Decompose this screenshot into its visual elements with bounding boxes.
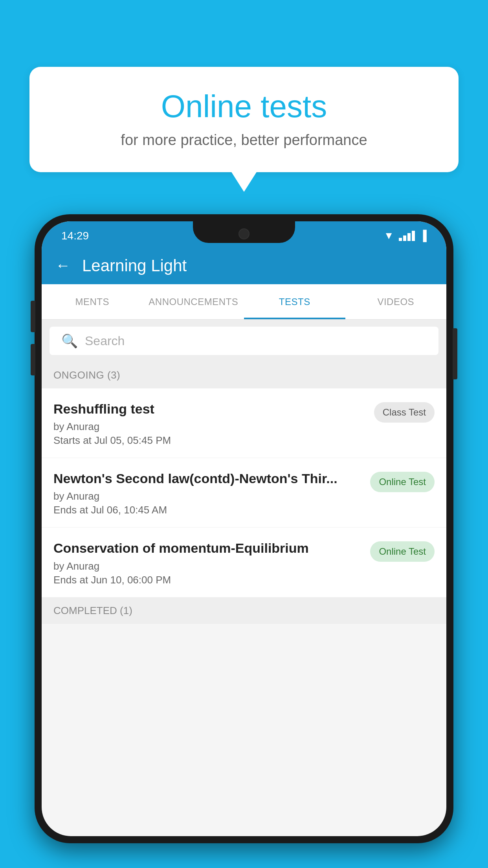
ongoing-label: ONGOING (3): [53, 369, 120, 381]
volume-up-button: [31, 301, 35, 332]
phone-container: 14:29 ▼ ▐ ← Learn: [35, 214, 453, 868]
tab-tests[interactable]: TESTS: [244, 284, 345, 319]
battery-icon: ▐: [420, 230, 427, 242]
search-bar[interactable]: 🔍 Search: [50, 327, 438, 355]
tab-assignments[interactable]: MENTS: [42, 284, 143, 319]
test-time-2: Ends at Jul 06, 10:45 AM: [53, 504, 362, 516]
test-item-1[interactable]: Reshuffling test by Anurag Starts at Jul…: [42, 388, 446, 458]
back-button[interactable]: ←: [55, 257, 70, 274]
ongoing-section-header: ONGOING (3): [42, 362, 446, 388]
wifi-icon: ▼: [384, 230, 394, 242]
tab-bar: MENTS ANNOUNCEMENTS TESTS VIDEOS: [42, 284, 446, 320]
test-title-1: Reshuffling test: [53, 400, 366, 417]
volume-down-button: [31, 344, 35, 375]
search-input[interactable]: Search: [85, 334, 125, 348]
test-title-2: Newton's Second law(contd)-Newton's Thir…: [53, 470, 362, 487]
search-icon: 🔍: [61, 333, 78, 349]
test-author-1: by Anurag: [53, 421, 366, 433]
app-header: ← Learning Light: [42, 247, 446, 284]
phone-screen: 14:29 ▼ ▐ ← Learn: [42, 221, 446, 836]
phone-frame: 14:29 ▼ ▐ ← Learn: [35, 214, 453, 843]
test-time-3: Ends at Jun 10, 06:00 PM: [53, 574, 362, 586]
test-time-1: Starts at Jul 05, 05:45 PM: [53, 434, 366, 447]
tab-announcements[interactable]: ANNOUNCEMENTS: [143, 284, 244, 319]
test-badge-1: Class Test: [374, 402, 435, 423]
test-item-3[interactable]: Conservation of momentum-Equilibrium by …: [42, 528, 446, 597]
test-info-2: Newton's Second law(contd)-Newton's Thir…: [53, 470, 370, 516]
front-camera: [238, 228, 250, 239]
app-title: Learning Light: [82, 256, 187, 275]
status-time: 14:29: [61, 230, 89, 242]
test-title-3: Conservation of momentum-Equilibrium: [53, 539, 362, 557]
test-author-3: by Anurag: [53, 560, 362, 572]
test-info-3: Conservation of momentum-Equilibrium by …: [53, 539, 370, 586]
speech-bubble: Online tests for more practice, better p…: [29, 67, 459, 172]
signal-icon: [399, 231, 415, 241]
test-author-2: by Anurag: [53, 490, 362, 502]
status-icons: ▼ ▐: [384, 230, 427, 242]
test-badge-3: Online Test: [370, 541, 435, 562]
power-button: [453, 328, 457, 379]
test-info-1: Reshuffling test by Anurag Starts at Jul…: [53, 400, 374, 447]
test-item-2[interactable]: Newton's Second law(contd)-Newton's Thir…: [42, 458, 446, 528]
tab-videos[interactable]: VIDEOS: [345, 284, 447, 319]
speech-bubble-subtitle: for more practice, better performance: [53, 132, 435, 149]
completed-section-peek: COMPLETED (1): [42, 598, 446, 624]
completed-label: COMPLETED (1): [53, 605, 132, 616]
test-list: Reshuffling test by Anurag Starts at Jul…: [42, 388, 446, 598]
phone-notch: [193, 221, 295, 243]
search-bar-container: 🔍 Search: [42, 320, 446, 362]
test-badge-2: Online Test: [370, 472, 435, 492]
speech-bubble-title: Online tests: [53, 88, 435, 125]
